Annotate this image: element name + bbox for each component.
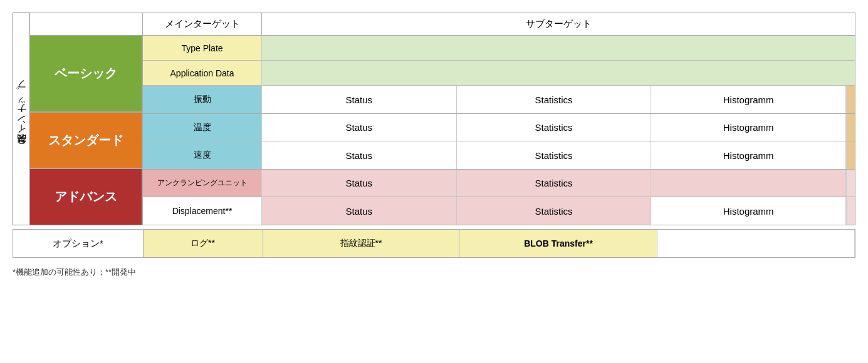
content-area: ベーシック スタンダード アドバンス Type Plate [30,36,855,225]
options-label: オプション* [13,230,144,257]
basic-rows: Type Plate Application Data [143,36,855,113]
cell-displacement-statistics: Statistics [457,197,652,225]
footer-note: *機能追加の可能性あり；**開発中 [13,267,855,278]
options-fingerprint: 指紋認証** [263,230,460,257]
main-table-wrapper: 製品ラインナップ メインターゲット サブターゲット ベーシック スタンダード ア… [13,13,855,225]
row-vibration: 振動 Status Statistics Histogramm [143,86,855,113]
deco-displacement [846,197,855,225]
advance-rows: アンクランピングユニット Status Statistics [143,169,855,225]
cell-speed-statistics: Statistics [457,141,652,169]
options-log: ログ** [144,230,263,257]
row-unclamping: アンクランピングユニット Status Statistics [143,170,855,197]
options-blob: BLOB Transfer** [460,230,657,257]
category-advance: アドバンス [30,168,142,225]
cell-vibration: 振動 [143,86,262,113]
cell-unclamping-histogramm [651,170,846,197]
row-application-data: Application Data [143,61,855,86]
category-standard: スタンダード [30,112,142,169]
categories-column: ベーシック スタンダード アドバンス [30,36,143,225]
cell-displacement-status: Status [262,197,457,225]
cell-vibration-status: Status [262,86,457,113]
cell-temperature: 温度 [143,114,262,141]
cell-speed: 速度 [143,141,262,169]
cell-unclamping-status: Status [262,170,457,197]
cell-application-data: Application Data [143,61,262,85]
header-row: メインターゲット サブターゲット [30,13,855,36]
data-rows-area: Type Plate Application Data [143,36,855,225]
header-sub-target: サブターゲット [262,13,855,35]
cell-displacement: Displacement** [143,197,262,225]
standard-rows: 温度 Status Statistics Histogramm [143,113,855,169]
deco-unclamping [846,170,855,197]
deco-vibration [846,86,855,113]
row-type-plate: Type Plate [143,36,855,61]
cell-speed-histogramm: Histogramm [651,141,846,169]
cell-displacement-histogramm: Histogramm [651,197,846,225]
main-grid: メインターゲット サブターゲット ベーシック スタンダード アドバンス [30,13,855,225]
cell-application-data-merged [262,61,855,85]
cell-vibration-histogramm: Histogramm [651,86,846,113]
cell-unclamping-statistics: Statistics [457,170,652,197]
options-empty [657,230,855,257]
header-empty-cell [30,13,143,35]
header-main-target: メインターゲット [143,13,262,35]
cell-temperature-status: Status [262,114,457,141]
cell-speed-status: Status [262,141,457,169]
cell-unclamping: アンクランピングユニット [143,170,262,197]
vertical-label: 製品ラインナップ [13,13,30,225]
options-row: オプション* ログ** 指紋認証** BLOB Transfer** [13,229,855,258]
category-basic: ベーシック [30,36,142,112]
row-speed: 速度 Status Statistics Histogramm [143,141,855,169]
deco-temperature [846,114,855,141]
cell-type-plate-merged [262,36,855,60]
row-displacement: Displacement** Status Statistics Histogr… [143,197,855,225]
row-temperature: 温度 Status Statistics Histogramm [143,114,855,141]
cell-type-plate: Type Plate [143,36,262,60]
cell-vibration-statistics: Statistics [457,86,652,113]
cell-temperature-statistics: Statistics [457,114,652,141]
cell-temperature-histogramm: Histogramm [651,114,846,141]
deco-speed [846,141,855,169]
main-container: 製品ラインナップ メインターゲット サブターゲット ベーシック スタンダード ア… [13,13,855,278]
